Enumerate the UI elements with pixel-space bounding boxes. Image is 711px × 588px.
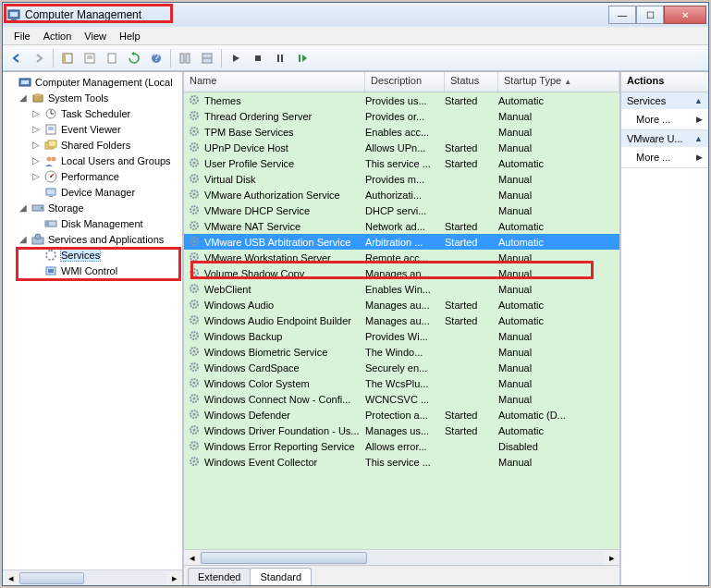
tree[interactable]: Computer Management (Local ◢System Tools…	[3, 72, 182, 570]
service-row[interactable]: VMware NAT ServiceNetwork ad...StartedAu…	[184, 218, 619, 234]
service-row[interactable]: UPnP Device HostAllows UPn...StartedManu…	[184, 140, 619, 155]
service-row[interactable]: Windows DefenderProtection a...StartedAu…	[184, 407, 619, 423]
svg-rect-8	[108, 54, 116, 63]
forward-button[interactable]	[29, 48, 49, 68]
actions-more-1[interactable]: More ...▶	[621, 109, 708, 129]
service-row[interactable]: Virtual DiskProvides m...Manual	[184, 171, 619, 187]
service-icon	[188, 313, 202, 328]
service-status: Started	[445, 410, 498, 421]
service-row[interactable]: Windows Biometric ServiceThe Windo...Man…	[184, 344, 619, 360]
service-icon	[188, 361, 202, 375]
tree-task-scheduler[interactable]: ▷Task Scheduler	[5, 105, 180, 121]
minimize-button[interactable]: —	[608, 6, 636, 24]
tree-event-viewer[interactable]: ▷Event Viewer	[5, 121, 180, 137]
svg-rect-11	[180, 54, 184, 63]
back-button[interactable]	[6, 48, 27, 68]
service-row[interactable]: Windows Color SystemThe WcsPlu...Manual	[184, 375, 619, 391]
service-startup: Manual	[498, 362, 619, 374]
tree-performance[interactable]: ▷Performance	[5, 168, 180, 184]
service-description: Protection a...	[365, 410, 445, 421]
service-name: Windows Audio Endpoint Builder	[204, 315, 365, 326]
menu-view[interactable]: View	[79, 29, 112, 43]
menu-action[interactable]: Action	[38, 29, 78, 43]
column-startup-type[interactable]: Startup Type ▲	[498, 72, 619, 92]
close-button[interactable]: ✕	[664, 6, 706, 24]
actions-more-2[interactable]: More ...▶	[621, 147, 708, 167]
service-row[interactable]: WebClientEnables Win...Manual	[184, 281, 619, 297]
actions-group-services[interactable]: Services▲	[621, 92, 708, 109]
service-row[interactable]: VMware USB Arbitration ServiceArbitratio…	[184, 234, 619, 250]
toolbar-btn-b[interactable]	[197, 48, 217, 68]
column-description[interactable]: Description	[365, 72, 445, 92]
tree-shared-folders[interactable]: ▷Shared Folders	[5, 137, 180, 153]
service-row[interactable]: Windows Error Reporting ServiceAllows er…	[184, 438, 619, 454]
export-button[interactable]	[102, 48, 122, 68]
menu-file[interactable]: File	[8, 29, 36, 43]
svg-rect-4	[63, 54, 66, 63]
tree-panel: Computer Management (Local ◢System Tools…	[3, 72, 184, 585]
service-row[interactable]: Windows Audio Endpoint BuilderManages au…	[184, 312, 619, 328]
service-row[interactable]: Volume Shadow CopyManages an...Manual	[184, 265, 619, 281]
properties-button[interactable]	[80, 48, 100, 68]
service-row[interactable]: TPM Base ServicesEnables acc...Manual	[184, 124, 619, 140]
tab-standard[interactable]: Standard	[250, 568, 312, 585]
tree-h-scrollbar[interactable]: ◂▸	[3, 570, 182, 585]
service-startup: Automatic	[498, 158, 619, 169]
service-icon	[188, 235, 202, 250]
service-name: Windows Audio	[204, 300, 365, 311]
svg-point-91	[193, 459, 196, 462]
service-name: Virtual Disk	[204, 174, 365, 185]
show-hide-button[interactable]	[57, 48, 78, 68]
menu-help[interactable]: Help	[114, 29, 146, 43]
actions-group-vmware[interactable]: VMware U...▲	[621, 130, 708, 147]
service-startup: Manual	[498, 378, 619, 389]
stop-button[interactable]	[248, 48, 268, 68]
tree-services[interactable]: Services	[5, 247, 180, 263]
svg-point-41	[35, 234, 41, 239]
tree-device-manager[interactable]: Device Manager	[5, 184, 180, 200]
tab-extended[interactable]: Extended	[188, 568, 251, 585]
tree-wmi-control[interactable]: WMI Control	[5, 263, 180, 278]
tree-disk-management[interactable]: Disk Management	[5, 215, 180, 231]
window-title: Computer Management	[25, 8, 608, 21]
service-name: Windows Defender	[204, 410, 365, 421]
column-status[interactable]: Status	[445, 72, 498, 92]
service-status: Started	[445, 221, 498, 232]
pause-button[interactable]	[270, 48, 290, 68]
tree-services-apps[interactable]: ◢Services and Applications	[5, 231, 180, 247]
service-startup: Automatic	[498, 315, 619, 326]
tree-root[interactable]: Computer Management (Local	[5, 74, 180, 90]
service-row[interactable]: Windows AudioManages au...StartedAutomat…	[184, 297, 619, 312]
service-name: VMware Workstation Server	[204, 252, 365, 263]
service-icon	[188, 455, 202, 470]
service-row[interactable]: VMware DHCP ServiceDHCP servi...Manual	[184, 202, 619, 218]
svg-point-77	[193, 349, 196, 352]
service-row[interactable]: Windows BackupProvides Wi...Manual	[184, 328, 619, 344]
service-icon	[188, 109, 202, 124]
restart-button[interactable]	[292, 48, 313, 68]
service-row[interactable]: VMware Authorization ServiceAuthorizati.…	[184, 187, 619, 202]
toolbar-btn-a[interactable]	[175, 48, 195, 68]
svg-point-45	[193, 98, 196, 101]
tree-storage[interactable]: ◢Storage	[5, 200, 180, 215]
service-name: Windows Biometric Service	[204, 347, 365, 358]
maximize-button[interactable]: ☐	[636, 6, 664, 24]
tree-system-tools[interactable]: ◢System Tools	[5, 90, 180, 105]
list-body[interactable]: ThemesProvides us...StartedAutomaticThre…	[184, 92, 619, 549]
column-name[interactable]: Name	[184, 72, 365, 92]
tree-local-users[interactable]: ▷Local Users and Groups	[5, 153, 180, 168]
service-row[interactable]: Thread Ordering ServerProvides or...Manu…	[184, 108, 619, 124]
service-row[interactable]: Windows Event CollectorThis service ...M…	[184, 454, 619, 470]
service-row[interactable]: Windows CardSpaceSecurely en...Manual	[184, 360, 619, 375]
service-row[interactable]: User Profile ServiceThis service ...Star…	[184, 155, 619, 171]
service-row[interactable]: Windows Connect Now - Confi...WCNCSVC ..…	[184, 391, 619, 407]
play-button[interactable]	[226, 48, 246, 68]
list-h-scrollbar[interactable]: ◂▸	[184, 549, 619, 565]
service-row[interactable]: Windows Driver Foundation - Us...Manages…	[184, 423, 619, 438]
help-button[interactable]: ?	[146, 48, 166, 68]
service-row[interactable]: ThemesProvides us...StartedAutomatic	[184, 92, 619, 108]
svg-point-71	[193, 302, 196, 305]
svg-point-89	[193, 444, 196, 447]
refresh-button[interactable]	[124, 48, 144, 68]
service-row[interactable]: VMware Workstation ServerRemote acc...Ma…	[184, 250, 619, 265]
